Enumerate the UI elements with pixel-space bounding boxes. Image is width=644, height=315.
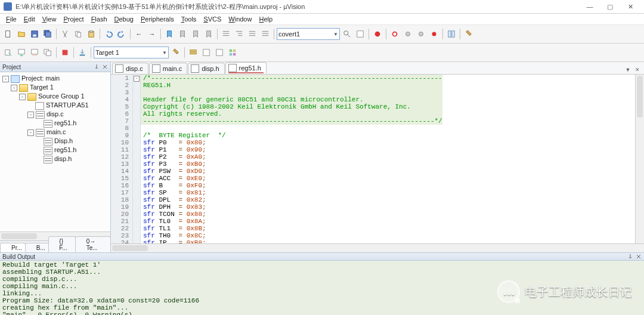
code-line[interactable]: sfr IP = 0xB8; — [141, 239, 442, 243]
code-line[interactable]: All rights reserved. — [141, 110, 442, 118]
editor-tab-main-c[interactable]: main.c — [149, 63, 187, 74]
fold-gutter[interactable] — [133, 168, 141, 175]
bookmark-icon[interactable] — [163, 28, 175, 40]
rebuild-icon[interactable] — [29, 47, 41, 58]
pin-icon[interactable] — [94, 64, 100, 70]
bookmark-prev-icon[interactable] — [177, 28, 188, 40]
fold-gutter[interactable] — [133, 211, 141, 218]
save-all-icon[interactable] — [42, 28, 54, 40]
fold-gutter[interactable] — [133, 218, 141, 225]
tab-close-icon[interactable]: ✕ — [633, 66, 642, 74]
debug-icon[interactable] — [371, 28, 383, 40]
menu-window[interactable]: Window — [225, 14, 255, 24]
fold-gutter[interactable] — [133, 118, 141, 125]
menu-file[interactable]: File — [2, 14, 20, 24]
fold-gutter[interactable] — [133, 132, 141, 139]
menu-project[interactable]: Project — [60, 14, 87, 24]
editor-h-scrollbar[interactable] — [111, 243, 644, 252]
nav-back-icon[interactable]: ← — [133, 28, 145, 40]
fold-gutter[interactable] — [133, 232, 141, 239]
fold-gutter[interactable] — [133, 153, 141, 160]
fold-gutter[interactable] — [133, 103, 141, 110]
find-combo[interactable]: covert1▼ — [277, 28, 340, 40]
copy-icon[interactable] — [72, 28, 84, 40]
bookmark-next-icon[interactable] — [190, 28, 202, 40]
file-extensions-icon[interactable] — [200, 47, 212, 58]
build-icon[interactable] — [16, 47, 27, 58]
fold-gutter[interactable] — [133, 82, 141, 89]
project-tree[interactable]: -Project: main-Target 1-Source Group 1ST… — [0, 72, 110, 231]
code-line[interactable]: sfr TL0 = 0x8A; — [141, 218, 442, 225]
menu-svcs[interactable]: SVCS — [200, 14, 225, 24]
project-tab-2[interactable]: {} F... — [48, 236, 76, 252]
build-output[interactable]: Rebuild target 'Target 1' assembling STA… — [0, 261, 644, 315]
minimize-button[interactable]: — — [580, 1, 600, 13]
fold-gutter[interactable] — [133, 146, 141, 153]
menu-help[interactable]: Help — [255, 14, 276, 24]
tree-item[interactable]: STARTUP.A51 — [46, 101, 89, 109]
tree-item[interactable]: reg51.h — [54, 119, 76, 126]
redo-icon[interactable] — [116, 28, 128, 40]
download-icon[interactable] — [76, 47, 88, 58]
fold-gutter[interactable] — [133, 189, 141, 196]
open-file-icon[interactable] — [16, 28, 27, 40]
menu-flash[interactable]: Flash — [88, 14, 111, 24]
maximize-button[interactable]: ▢ — [600, 1, 620, 13]
fold-gutter[interactable] — [133, 125, 141, 132]
code-line[interactable]: REG51.H — [141, 82, 442, 89]
breakpoint-disable-icon[interactable] — [402, 28, 414, 40]
close-button[interactable]: ✕ — [620, 1, 640, 13]
translate-icon[interactable] — [2, 47, 14, 58]
menu-peripherals[interactable]: Peripherals — [137, 14, 178, 24]
code-line[interactable]: sfr P0 = 0x80; — [141, 139, 442, 146]
tree-item[interactable]: Source Group 1 — [38, 92, 85, 100]
fold-gutter[interactable] — [133, 160, 141, 168]
code-line[interactable]: sfr ACC = 0xE0; — [141, 175, 442, 182]
tab-dropdown-icon[interactable]: ▼ — [624, 66, 632, 74]
code-line[interactable]: sfr B = 0xF0; — [141, 182, 442, 189]
code-editor[interactable]: 1-/*------------------------------------… — [111, 75, 635, 243]
menu-debug[interactable]: Debug — [111, 14, 137, 24]
fold-gutter[interactable] — [133, 89, 141, 96]
fold-gutter[interactable] — [133, 175, 141, 182]
tree-item[interactable]: Disp.h — [54, 137, 73, 144]
project-tab-3[interactable]: 0→ Te... — [75, 236, 111, 252]
incremental-find-icon[interactable] — [354, 28, 366, 40]
bookmark-clear-icon[interactable] — [203, 28, 215, 40]
code-line[interactable]: sfr DPL = 0x82; — [141, 196, 442, 203]
tree-item[interactable]: reg51.h — [54, 146, 76, 153]
books-icon[interactable] — [213, 47, 225, 58]
pin-icon[interactable] — [627, 254, 633, 260]
comment-icon[interactable] — [246, 28, 258, 40]
window-tile-icon[interactable] — [445, 28, 457, 40]
code-line[interactable] — [141, 125, 442, 132]
breakpoint-icon[interactable] — [389, 28, 401, 40]
project-tab-0[interactable]: Pr... — [0, 243, 26, 252]
manage-rte-icon[interactable] — [227, 47, 239, 58]
manage-project-items-icon[interactable] — [187, 47, 199, 58]
configure-icon[interactable] — [463, 28, 475, 40]
project-tab-1[interactable]: B... — [25, 243, 49, 252]
paste-icon[interactable] — [85, 28, 97, 40]
cut-icon[interactable] — [59, 28, 71, 40]
code-line[interactable]: sfr P1 = 0x90; — [141, 146, 442, 153]
menu-tools[interactable]: Tools — [178, 14, 200, 24]
close-pane-icon[interactable] — [636, 254, 642, 260]
fold-gutter[interactable] — [133, 203, 141, 211]
tree-item[interactable]: main.c — [47, 128, 66, 135]
target-combo[interactable]: Target 1▼ — [94, 47, 169, 58]
code-line[interactable]: /* BYTE Register */ — [141, 132, 442, 139]
tree-item[interactable]: disp.h — [54, 155, 72, 162]
code-line[interactable]: ----------------------------------------… — [141, 118, 442, 125]
code-line[interactable]: sfr DPH = 0x83; — [141, 203, 442, 211]
breakpoint-enable-icon[interactable] — [428, 28, 440, 40]
editor-tab-reg51-h[interactable]: reg51.h — [225, 62, 267, 74]
undo-icon[interactable] — [103, 28, 114, 40]
editor-tab-disp-c[interactable]: disp.c — [112, 63, 148, 74]
find-icon[interactable] — [341, 28, 353, 40]
code-line[interactable]: sfr TL1 = 0x8B; — [141, 225, 442, 232]
code-line[interactable]: sfr SP = 0x81; — [141, 189, 442, 196]
code-line[interactable]: sfr P2 = 0xA0; — [141, 153, 442, 160]
unindent-icon[interactable] — [233, 28, 245, 40]
menu-edit[interactable]: Edit — [20, 14, 39, 24]
